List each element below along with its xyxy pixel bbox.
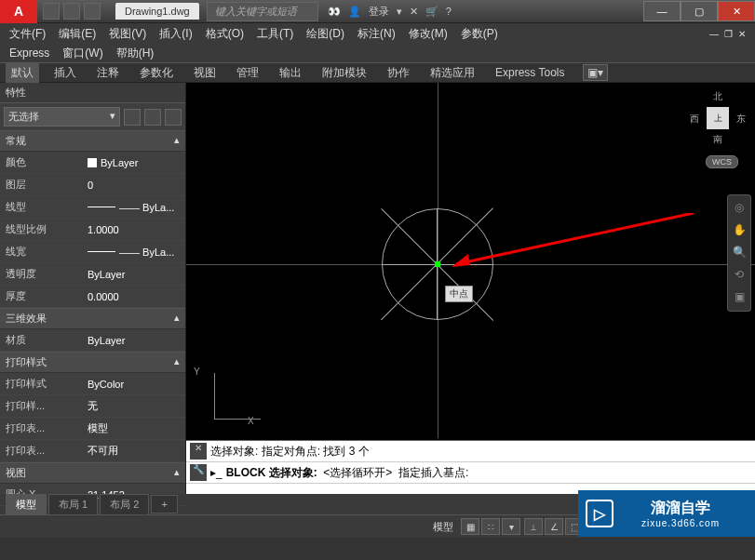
ribbon-expand-icon[interactable]: ▣▾ <box>583 64 608 81</box>
pickadd-icon[interactable] <box>165 109 182 126</box>
polar-icon[interactable]: ∠ <box>545 518 563 535</box>
tab-parametric[interactable]: 参数化 <box>134 63 179 83</box>
minimize-button[interactable]: — <box>643 1 681 21</box>
tab-collab[interactable]: 协作 <box>382 63 415 83</box>
tab-annotate[interactable]: 注释 <box>91 63 125 83</box>
property-value[interactable]: 0 <box>84 176 185 193</box>
property-value[interactable]: ByLayer <box>84 331 185 349</box>
view-cube[interactable]: 北 西 东 南 上 <box>690 90 746 146</box>
tab-layout2[interactable]: 布局 2 <box>100 494 149 515</box>
mdi-close-icon[interactable]: ✕ <box>738 29 746 39</box>
section-view[interactable]: 视图▴ <box>0 462 185 484</box>
mdi-minimize-icon[interactable]: — <box>709 29 719 39</box>
menu-format[interactable]: 格式(O) <box>206 26 244 42</box>
help-icon[interactable]: ? <box>446 6 452 17</box>
menu-edit[interactable]: 编辑(E) <box>59 26 96 42</box>
pan-icon[interactable]: ✋ <box>732 223 747 238</box>
showmotion-icon[interactable]: ▣ <box>732 290 747 305</box>
document-tab[interactable]: Drawing1.dwg <box>115 3 199 20</box>
menu-modify[interactable]: 修改(M) <box>409 26 448 42</box>
property-row[interactable]: 打印表...不可用 <box>0 440 185 462</box>
quick-select-icon[interactable] <box>124 109 141 126</box>
orbit-icon[interactable]: ⟲ <box>732 268 747 283</box>
property-row[interactable]: 打印样...无 <box>0 395 185 418</box>
section-plot[interactable]: 打印样式▴ <box>0 352 185 373</box>
ortho-icon[interactable]: ⟂ <box>524 518 543 535</box>
mdi-restore-icon[interactable]: ❐ <box>724 29 733 39</box>
property-row[interactable]: 材质ByLayer <box>0 329 185 352</box>
viewcube-south[interactable]: 南 <box>713 133 722 146</box>
property-value[interactable]: 无 <box>84 397 185 415</box>
menu-dim[interactable]: 标注(N) <box>357 26 396 42</box>
snap-icon[interactable]: ∷ <box>481 518 500 535</box>
property-value[interactable]: 不可用 <box>84 442 185 460</box>
property-value[interactable]: —— ByLa... <box>84 198 185 216</box>
property-row[interactable]: 线型—— ByLa... <box>0 196 185 219</box>
tab-express-tools[interactable]: Express Tools <box>490 64 570 81</box>
tab-model[interactable]: 模型 <box>6 494 47 515</box>
menu-param[interactable]: 参数(P) <box>461 26 498 42</box>
cmd-close-icon[interactable]: ✕ <box>190 443 207 460</box>
cart-icon[interactable]: 🛒 <box>425 6 438 18</box>
property-row[interactable]: 厚度0.0000 <box>0 286 185 308</box>
property-value[interactable]: 模型 <box>84 420 185 437</box>
tab-featured[interactable]: 精选应用 <box>425 63 480 83</box>
property-row[interactable]: 透明度ByLayer <box>0 263 185 286</box>
menu-draw[interactable]: 绘图(D) <box>306 26 344 42</box>
cmd-prompt[interactable]: 指定插入基点: <box>398 465 468 481</box>
property-row[interactable]: 图层0 <box>0 174 185 196</box>
dropdown-icon[interactable]: ▾ <box>397 6 402 18</box>
tab-add-icon[interactable]: + <box>151 495 177 513</box>
viewcube-west[interactable]: 西 <box>690 113 699 126</box>
open-icon[interactable] <box>63 3 80 20</box>
cmd-option[interactable]: <选择循环开> <box>323 465 392 481</box>
steering-wheel-icon[interactable]: ◎ <box>732 201 747 216</box>
binoculars-icon[interactable]: 👀 <box>328 6 341 18</box>
property-value[interactable]: ByLayer <box>84 153 185 171</box>
property-value[interactable]: 1.0000 <box>84 220 185 238</box>
search-input[interactable]: 键入关键字或短语 <box>207 2 318 21</box>
user-icon[interactable]: 👤 <box>348 6 361 18</box>
cmd-config-icon[interactable]: 🔧 <box>190 464 207 481</box>
tab-manage[interactable]: 管理 <box>231 63 264 83</box>
qat-dropdown-icon[interactable] <box>84 3 101 20</box>
tab-layout1[interactable]: 布局 1 <box>48 494 98 515</box>
maximize-button[interactable]: ▢ <box>681 1 718 21</box>
new-icon[interactable] <box>43 3 60 20</box>
status-mode[interactable]: 模型 <box>429 520 457 534</box>
tab-output[interactable]: 输出 <box>274 63 307 83</box>
section-general[interactable]: 常规▴ <box>0 130 185 152</box>
wcs-badge[interactable]: WCS <box>706 155 738 168</box>
viewcube-east[interactable]: 东 <box>736 113 746 126</box>
tab-default[interactable]: 默认 <box>6 63 39 83</box>
section-3d[interactable]: 三维效果▴ <box>0 308 185 329</box>
login-link[interactable]: 登录 <box>369 5 389 19</box>
dropdown-icon[interactable]: ▾ <box>502 518 520 535</box>
close-button[interactable]: ✕ <box>718 1 755 21</box>
menu-view[interactable]: 视图(V) <box>109 26 146 42</box>
menu-file[interactable]: 文件(F) <box>9 26 46 42</box>
property-row[interactable]: 线宽—— ByLa... <box>0 241 185 263</box>
property-row[interactable]: 打印样式ByColor <box>0 373 185 395</box>
menu-insert[interactable]: 插入(I) <box>159 26 192 42</box>
tab-insert[interactable]: 插入 <box>48 63 82 83</box>
tab-view[interactable]: 视图 <box>188 63 222 83</box>
property-value[interactable]: 0.0000 <box>84 287 185 305</box>
property-value[interactable]: —— ByLa... <box>84 243 185 260</box>
grid-icon[interactable]: ▦ <box>461 518 479 535</box>
tab-addons[interactable]: 附加模块 <box>317 63 372 83</box>
menu-help[interactable]: 帮助(H) <box>116 46 155 61</box>
select-similar-icon[interactable] <box>144 109 161 126</box>
exchange-icon[interactable]: ✕ <box>410 6 418 18</box>
app-logo[interactable]: A <box>0 0 37 23</box>
property-value[interactable]: ByLayer <box>84 265 185 283</box>
property-row[interactable]: 打印表...模型 <box>0 418 185 440</box>
drawing-canvas[interactable]: 中点 北 西 东 南 上 WCS ◎ ✋ 🔍 ⟲ ▣ Y X ✕ 选择对象: 指… <box>186 83 755 494</box>
viewcube-top[interactable]: 上 <box>707 107 729 129</box>
menu-tools[interactable]: 工具(T) <box>257 26 293 42</box>
selection-combo[interactable]: 无选择▾ <box>4 107 120 127</box>
zoom-icon[interactable]: 🔍 <box>732 246 747 260</box>
menu-window[interactable]: 窗口(W) <box>62 46 102 61</box>
property-row[interactable]: 线型比例1.0000 <box>0 219 185 241</box>
viewcube-north[interactable]: 北 <box>713 90 722 103</box>
